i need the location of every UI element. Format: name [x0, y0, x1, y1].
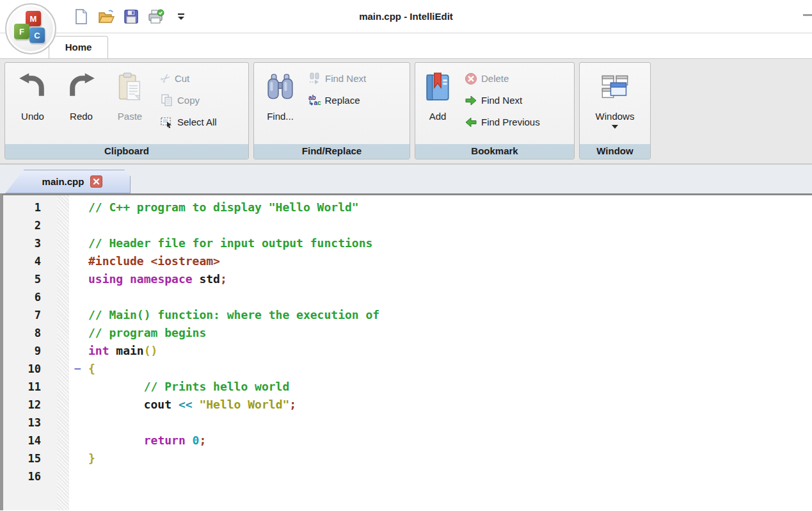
ribbon-group-find-replace: Find... Find Next: [253, 62, 410, 159]
tab-home[interactable]: Home: [49, 36, 108, 58]
code-text: cout << "Hello World";: [88, 398, 296, 411]
cut-scissors-icon: ✂: [157, 70, 174, 88]
group-caption-find-replace: Find/Replace: [254, 144, 410, 159]
find-label: Find...: [267, 111, 294, 122]
copy-label: Copy: [177, 95, 200, 106]
fold-collapse-icon[interactable]: −: [57, 360, 88, 378]
undo-arrow-icon: [18, 69, 47, 106]
code-line[interactable]: 10−{: [3, 360, 812, 378]
replace-label: Replace: [325, 95, 360, 106]
code-text: // Prints hello world: [88, 380, 289, 393]
bookmark-delete-label: Delete: [481, 73, 509, 84]
code-line[interactable]: 12 cout << "Hello World";: [3, 396, 812, 414]
find-next-button[interactable]: Find Next: [308, 70, 366, 87]
code-line[interactable]: 14 return 0;: [3, 432, 812, 450]
code-text: return 0;: [88, 434, 206, 447]
ribbon: Undo Redo: [0, 59, 812, 164]
windows-label: Windows: [596, 111, 635, 122]
code-line[interactable]: 6: [3, 288, 812, 306]
line-number: 10: [3, 360, 57, 378]
ribbon-group-window: Windows Window: [579, 62, 651, 159]
code-line[interactable]: 16: [3, 467, 812, 485]
code-line[interactable]: 11 // Prints hello world: [3, 378, 812, 396]
code-text: // program begins: [88, 326, 206, 339]
replace-button[interactable]: ab↳ac Replace: [308, 92, 366, 109]
paste-button[interactable]: Paste: [106, 66, 154, 144]
book-bookmark-icon: [423, 69, 452, 106]
code-line[interactable]: 3// Header file for input output functio…: [3, 234, 812, 252]
code-line[interactable]: 7// Main() function: where the execution…: [3, 306, 812, 324]
cut-label: Cut: [175, 73, 189, 84]
mfc-logo-cube-f-icon: F: [14, 24, 29, 39]
bookmark-delete-button[interactable]: Delete: [465, 70, 540, 87]
bookmark-add-label: Add: [429, 111, 447, 122]
select-all-label: Select All: [177, 117, 217, 127]
line-number: 3: [3, 234, 57, 252]
bookmark-add-button[interactable]: Add: [418, 66, 457, 144]
cut-button[interactable]: ✂ Cut: [161, 70, 217, 87]
line-number: 13: [3, 414, 57, 432]
code-line[interactable]: 15}: [3, 450, 812, 467]
undo-button[interactable]: Undo: [8, 66, 57, 144]
minimize-button[interactable]: [803, 14, 812, 16]
code-text: using namespace std;: [88, 272, 227, 286]
line-number: 4: [3, 252, 57, 270]
bookmark-find-next-label: Find Next: [481, 95, 522, 106]
document-tab-main-cpp[interactable]: main.cpp: [5, 170, 131, 193]
replace-ab-ac-icon: ab↳ac: [308, 95, 321, 106]
chevron-down-icon: [612, 125, 618, 129]
close-tab-button[interactable]: [90, 175, 102, 188]
redo-button[interactable]: Redo: [57, 66, 106, 144]
code-text: // C++ program to display "Hello World": [88, 200, 359, 214]
code-line[interactable]: 2: [3, 216, 812, 234]
line-number: 1: [3, 199, 57, 216]
code-text: int main(): [88, 344, 157, 357]
code-text: {: [88, 362, 95, 375]
find-button[interactable]: Find...: [257, 66, 303, 144]
code-line[interactable]: 1// C++ program to display "Hello World": [3, 199, 812, 216]
windows-button[interactable]: Windows: [584, 66, 646, 144]
redo-label: Redo: [70, 111, 93, 122]
bookmark-find-next-button[interactable]: Find Next: [465, 92, 540, 109]
title-bar: M F C: [0, 0, 812, 33]
intelliedit-window: { "window": { "title": "main.cpp - Intel…: [0, 0, 812, 511]
code-line[interactable]: 8// program begins: [3, 324, 812, 342]
code-line[interactable]: 9int main(): [3, 342, 812, 360]
application-menu-button[interactable]: M F C: [5, 3, 56, 54]
code-text: // Header file for input output function…: [88, 236, 372, 250]
ribbon-group-clipboard: Undo Redo: [4, 62, 249, 159]
code-line[interactable]: 13: [3, 414, 812, 432]
cascade-windows-icon: [600, 69, 630, 106]
document-tab-bar: main.cpp: [0, 164, 812, 193]
binoculars-next-icon: [308, 72, 321, 85]
group-caption-window: Window: [580, 144, 650, 159]
code-text: // Main() function: where the execution …: [88, 308, 379, 321]
select-all-icon: [161, 116, 173, 129]
paste-label: Paste: [118, 111, 142, 122]
code-line[interactable]: 4#include <iostream>: [3, 252, 812, 270]
code-lines: 1// C++ program to display "Hello World"…: [3, 195, 812, 485]
line-number: 6: [3, 288, 57, 306]
undo-label: Undo: [21, 111, 44, 122]
paste-clipboard-icon: [116, 69, 144, 106]
code-text: }: [88, 451, 95, 465]
document-tab-label: main.cpp: [33, 176, 84, 187]
line-number: 11: [3, 378, 57, 396]
line-number: 14: [3, 432, 57, 450]
green-arrow-left-icon: [465, 116, 477, 129]
window-title: main.cpp - IntelliEdit: [0, 11, 812, 22]
group-caption-bookmark: Bookmark: [415, 144, 574, 159]
bookmark-find-previous-label: Find Previous: [481, 117, 540, 127]
code-line[interactable]: 5using namespace std;: [3, 270, 812, 288]
select-all-button[interactable]: Select All: [161, 113, 217, 131]
line-number: 8: [3, 324, 57, 342]
line-number: 7: [3, 306, 57, 324]
line-number: 12: [3, 396, 57, 414]
group-caption-clipboard: Clipboard: [5, 144, 248, 159]
line-number: 2: [3, 216, 57, 234]
code-editor[interactable]: 1// C++ program to display "Hello World"…: [0, 193, 812, 510]
bookmark-find-previous-button[interactable]: Find Previous: [465, 113, 540, 131]
copy-button[interactable]: Copy: [161, 92, 217, 109]
ribbon-tab-row: Home: [0, 33, 812, 59]
delete-x-circle-icon: [465, 72, 477, 85]
